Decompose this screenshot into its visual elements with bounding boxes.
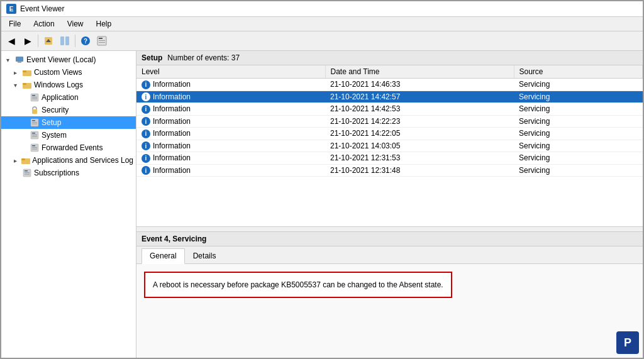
- svg-rect-27: [32, 136, 37, 137]
- toolbar: ◀ ▶ ?: [1, 31, 643, 51]
- watermark: P: [616, 331, 639, 354]
- cell-source: Servicing: [514, 140, 643, 152]
- table-row[interactable]: iInformation21-10-2021 14:22:23Servicing: [136, 115, 643, 128]
- tree-icon: [30, 130, 40, 140]
- detail-panel: Event 4, Servicing General Details A reb…: [136, 232, 643, 358]
- table-row[interactable]: iInformation21-10-2021 14:22:05Servicing: [136, 128, 643, 140]
- svg-rect-14: [23, 83, 26, 85]
- svg-rect-16: [32, 95, 35, 96]
- svg-rect-29: [32, 145, 35, 146]
- help-button[interactable]: ?: [78, 33, 93, 48]
- cell-datetime: 21-10-2021 14:22:05: [325, 128, 514, 140]
- cell-source: Servicing: [514, 91, 643, 103]
- table-row[interactable]: iInformation21-10-2021 14:42:57Servicing: [136, 91, 643, 103]
- svg-text:?: ?: [84, 38, 87, 45]
- table-row[interactable]: iInformation21-10-2021 12:31:48Servicing: [136, 164, 643, 177]
- toolbar-separator-2: [75, 35, 75, 47]
- menu-item-help[interactable]: Help: [91, 18, 117, 30]
- sidebar-item-system[interactable]: System: [1, 129, 136, 141]
- detail-tabs: General Details: [136, 246, 643, 264]
- table-row[interactable]: iInformation21-10-2021 14:03:05Servicing: [136, 140, 643, 152]
- svg-rect-37: [25, 174, 30, 175]
- svg-rect-23: [32, 124, 37, 124]
- cell-source: Servicing: [514, 128, 643, 140]
- info-icon: i: [142, 166, 150, 175]
- title-bar: E Event Viewer: [1, 1, 643, 17]
- cell-source: Servicing: [514, 103, 643, 116]
- sidebar-item-label: Event Viewer (Local): [26, 55, 96, 64]
- sidebar-item-forwarded-events[interactable]: Forwarded Events: [1, 141, 136, 154]
- col-source: Source: [514, 65, 643, 79]
- col-datetime: Date and Time: [325, 65, 514, 79]
- svg-rect-22: [32, 122, 37, 123]
- svg-rect-6: [99, 38, 103, 39]
- cell-source: Servicing: [514, 79, 643, 91]
- info-icon: i: [142, 105, 150, 114]
- section-title: Setup: [142, 53, 162, 62]
- info-icon: i: [142, 154, 150, 163]
- info-icon: i: [142, 130, 150, 138]
- tree-arrow: ▸: [14, 157, 19, 164]
- svg-rect-25: [32, 133, 35, 134]
- sidebar-item-applications-services[interactable]: ▸Applications and Services Log: [1, 154, 136, 167]
- menu-item-file[interactable]: File: [4, 18, 26, 30]
- tab-details[interactable]: Details: [185, 248, 225, 263]
- svg-rect-9: [16, 57, 23, 62]
- cell-datetime: 21-10-2021 14:03:05: [325, 140, 514, 152]
- tree-arrow: ▸: [14, 69, 20, 76]
- tree-icon: [30, 143, 40, 153]
- info-icon: i: [142, 80, 150, 89]
- sidebar-item-label: Subscriptions: [34, 168, 79, 177]
- sidebar-item-application[interactable]: Application: [1, 91, 136, 104]
- cell-level: iInformation: [136, 103, 325, 116]
- svg-rect-30: [32, 147, 37, 148]
- sidebar-item-setup[interactable]: Setup: [1, 116, 136, 129]
- sidebar-item-custom-views[interactable]: ▸Custom Views: [1, 66, 136, 79]
- properties-button[interactable]: [94, 33, 109, 48]
- cell-datetime: 21-10-2021 14:42:57: [325, 91, 514, 103]
- sidebar-item-event-viewer-local[interactable]: ▾Event Viewer (Local): [1, 53, 136, 66]
- table-row[interactable]: iInformation21-10-2021 14:42:53Servicing: [136, 103, 643, 116]
- forward-button[interactable]: ▶: [20, 33, 35, 48]
- sidebar-item-label: Forwarded Events: [42, 143, 103, 152]
- cell-level: iInformation: [136, 164, 325, 177]
- menu-item-action[interactable]: Action: [28, 18, 59, 30]
- table-row[interactable]: iInformation21-10-2021 14:46:33Servicing: [136, 79, 643, 91]
- cell-datetime: 21-10-2021 12:31:53: [325, 152, 514, 165]
- menu-item-view[interactable]: View: [62, 18, 89, 30]
- toolbar-separator-1: [38, 35, 38, 47]
- sidebar-item-label: Setup: [42, 118, 61, 127]
- tree-arrow: ▾: [6, 57, 13, 64]
- detail-content: A reboot is necessary before package KB5…: [136, 264, 643, 340]
- up-button[interactable]: [41, 33, 56, 48]
- cell-datetime: 21-10-2021 12:31:48: [325, 164, 514, 177]
- horizontal-scrollbar[interactable]: [136, 227, 643, 232]
- svg-rect-21: [32, 120, 35, 121]
- event-table[interactable]: Level Date and Time Source iInformation2…: [136, 65, 643, 227]
- svg-rect-7: [99, 40, 105, 41]
- detail-title-bar: Event 4, Servicing: [136, 232, 643, 246]
- tree-icon: [21, 155, 30, 165]
- detail-message: A reboot is necessary before package KB5…: [144, 272, 452, 298]
- sidebar-item-windows-logs[interactable]: ▾Windows Logs: [1, 79, 136, 91]
- info-icon: i: [142, 117, 150, 126]
- tree-arrow: ▾: [14, 82, 20, 89]
- tree-icon: [14, 55, 25, 65]
- svg-rect-17: [32, 97, 37, 97]
- sidebar-item-subscriptions[interactable]: Subscriptions: [1, 167, 136, 179]
- cell-datetime: 21-10-2021 14:22:23: [325, 115, 514, 128]
- sidebar-item-security[interactable]: Security: [1, 104, 136, 116]
- svg-rect-31: [32, 149, 37, 150]
- tab-general[interactable]: General: [142, 248, 185, 264]
- tree-icon: [30, 92, 40, 102]
- show-hide-button[interactable]: [57, 33, 72, 48]
- back-button[interactable]: ◀: [4, 33, 19, 48]
- main-layout: ▾Event Viewer (Local)▸Custom Views▾Windo…: [1, 51, 643, 358]
- cell-level: iInformation: [136, 152, 325, 165]
- menu-bar: FileActionViewHelp: [1, 17, 643, 31]
- cell-level: iInformation: [136, 91, 325, 103]
- col-level: Level: [136, 65, 325, 79]
- cell-datetime: 21-10-2021 14:46:33: [325, 79, 514, 91]
- table-row[interactable]: iInformation21-10-2021 12:31:53Servicing: [136, 152, 643, 165]
- svg-rect-10: [18, 62, 21, 63]
